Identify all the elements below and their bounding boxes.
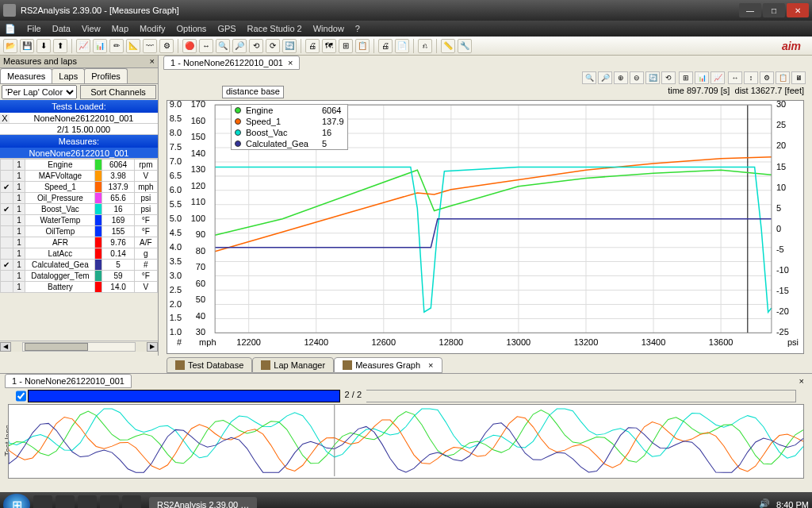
tab-test-database[interactable]: Test Database (167, 357, 252, 373)
measure-color-swatch[interactable] (95, 226, 102, 237)
distance-base-label[interactable]: distance base (222, 86, 284, 98)
mini-plot[interactable] (8, 404, 804, 479)
tray-icon[interactable] (689, 498, 702, 508)
toolbar-button[interactable]: 🖨 (378, 39, 393, 53)
measure-row[interactable]: 1MAFVoltage3.98V (1, 171, 158, 182)
measure-color-swatch[interactable] (95, 248, 102, 260)
measure-color-swatch[interactable] (95, 193, 102, 204)
measure-checkbox[interactable] (1, 193, 13, 204)
measure-checkbox[interactable] (1, 248, 13, 260)
graph-tool[interactable]: ⊖ (630, 71, 644, 84)
menu-file[interactable]: File (27, 24, 41, 33)
toolbar-button[interactable]: ⬆ (53, 39, 67, 53)
toolbar-button[interactable]: 📊 (93, 39, 107, 53)
measure-checkbox[interactable] (1, 171, 13, 182)
sidebar-hscroll[interactable]: ◀ ▶ (0, 341, 158, 352)
quicklaunch-2[interactable] (56, 495, 75, 508)
toolbar-button[interactable]: ✏ (109, 39, 124, 53)
toolbar-button[interactable]: 📄 (395, 39, 409, 53)
scroll-thumb[interactable] (25, 343, 88, 351)
tab-lap-manager[interactable]: Lap Manager (252, 357, 334, 373)
tab-measures[interactable]: Measures (0, 68, 52, 83)
menu-options[interactable]: Options (176, 24, 206, 33)
measure-checkbox[interactable] (1, 271, 13, 282)
tray-icon[interactable] (724, 498, 737, 508)
secondary-close-icon[interactable]: × (799, 376, 812, 386)
menu-gps[interactable]: GPS (217, 24, 236, 33)
scroll-left-icon[interactable]: ◀ (0, 342, 11, 352)
measure-color-swatch[interactable] (95, 260, 102, 271)
graph-tool[interactable]: 📋 (776, 71, 790, 84)
menu-data[interactable]: Data (52, 24, 71, 33)
measure-color-swatch[interactable] (95, 171, 102, 182)
graph-tool[interactable]: ↕ (744, 71, 758, 84)
measure-row[interactable]: 1LatAcc0.14g (1, 248, 158, 260)
measure-row[interactable]: ✔1Calculated_Gea5# (1, 260, 158, 271)
menu-view[interactable]: View (82, 24, 101, 33)
graph-tool[interactable]: 🔍 (582, 71, 596, 84)
lap-time[interactable]: 2/1 15.00.000 (10, 125, 158, 134)
lap-checkbox[interactable] (16, 390, 26, 402)
measure-color-swatch[interactable] (95, 204, 102, 215)
secondary-tab[interactable]: 1 - NoneNone26122010_001 (5, 374, 132, 388)
taskbar-app[interactable]: RS2Analysis 2.39.00 … (149, 497, 257, 508)
measure-checkbox[interactable]: ✔ (1, 260, 13, 271)
toolbar-button[interactable]: 🔧 (458, 39, 472, 53)
toolbar-button[interactable]: 📋 (355, 39, 370, 53)
menu-map[interactable]: Map (112, 24, 128, 33)
measure-checkbox[interactable] (1, 226, 13, 237)
toolbar-button[interactable]: ⎌ (418, 39, 432, 53)
measure-color-swatch[interactable] (95, 160, 102, 171)
measure-color-swatch[interactable] (95, 282, 102, 293)
graph-tool[interactable]: ⚙ (760, 71, 774, 84)
measure-checkbox[interactable] (1, 215, 13, 226)
measure-checkbox[interactable]: ✔ (1, 182, 13, 193)
measure-row[interactable]: ✔1Boost_Vac16psi (1, 204, 158, 215)
scroll-right-icon[interactable]: ▶ (147, 342, 158, 352)
sort-channels-button[interactable]: Sort Channels (80, 85, 156, 99)
measure-color-swatch[interactable] (95, 215, 102, 226)
measure-checkbox[interactable] (1, 237, 13, 248)
lap-bar[interactable]: 2 / 2 (16, 390, 796, 402)
toolbar-button[interactable]: ⬇ (36, 39, 51, 53)
toolbar-button[interactable]: ⊞ (339, 39, 353, 53)
measure-row[interactable]: 1Battery14.0V (1, 282, 158, 293)
system-tray[interactable]: 🔊 8:40 PM (672, 498, 809, 508)
perlap-color-select[interactable]: 'Per Lap' Color (2, 85, 77, 99)
measure-checkbox[interactable]: ✔ (1, 204, 13, 215)
measure-color-swatch[interactable] (95, 271, 102, 282)
graph-tool[interactable]: 🔎 (598, 71, 612, 84)
lap-rest[interactable] (366, 390, 796, 402)
graph-tool[interactable]: 📊 (695, 71, 709, 84)
main-plot[interactable]: 1220012400126001280013000132001340013600… (167, 100, 804, 354)
tray-icon[interactable] (707, 498, 719, 508)
graph-tool[interactable]: 📈 (710, 71, 725, 84)
test-name[interactable]: NoneNone26122010_001 (10, 114, 158, 123)
toolbar-button[interactable]: 💾 (20, 39, 34, 53)
measure-row[interactable]: 1Datalogger_Tem59°F (1, 271, 158, 282)
tab-measures-graph[interactable]: Measures Graph× (334, 357, 442, 373)
graph-tool[interactable]: ⊕ (614, 71, 628, 84)
quicklaunch-1[interactable] (33, 495, 52, 508)
toolbar-button[interactable]: 📐 (126, 39, 140, 53)
graph-tab-close-icon[interactable]: × (288, 58, 293, 67)
tab-laps[interactable]: Laps (52, 68, 85, 83)
toolbar-button[interactable]: 🗺 (322, 39, 336, 53)
tray-icon[interactable] (672, 498, 684, 508)
quicklaunch-3[interactable] (78, 495, 97, 508)
toolbar-button[interactable]: 〰 (143, 39, 157, 53)
measure-row[interactable]: 1Oil_Pressure65.6psi (1, 193, 158, 204)
measure-color-swatch[interactable] (95, 182, 102, 193)
lap-segment[interactable] (28, 390, 340, 402)
measure-checkbox[interactable] (1, 282, 13, 293)
toolbar-button[interactable]: ↔ (199, 39, 213, 53)
measure-color-swatch[interactable] (95, 237, 102, 248)
toolbar-button[interactable]: 🔴 (182, 39, 197, 53)
toolbar-button[interactable]: 🔍 (216, 39, 230, 53)
graph-tool[interactable]: ↔ (728, 71, 742, 84)
graph-tool[interactable]: 🔄 (645, 71, 660, 84)
tray-icon[interactable] (741, 498, 754, 508)
minimize-button[interactable]: — (739, 3, 761, 17)
toolbar-button[interactable]: ⚙ (159, 39, 174, 53)
toolbar-button[interactable]: 📏 (441, 39, 455, 53)
